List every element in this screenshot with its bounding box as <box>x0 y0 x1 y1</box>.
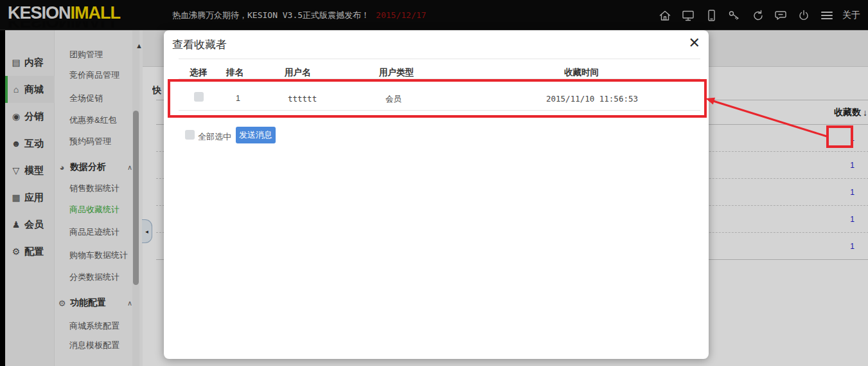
col-header-rank: 排名 <box>226 67 244 78</box>
select-all-checkbox[interactable] <box>185 130 195 140</box>
row-checkbox[interactable] <box>194 92 204 102</box>
send-message-button[interactable]: 发送消息 <box>236 127 276 143</box>
view-collectors-modal: 查看收藏者 ✕ 选择 排名 用户名 用户类型 收藏时间 1 tttttt 会员 … <box>164 30 709 359</box>
cell-favorite-time: 2015/11/10 11:56:53 <box>546 94 638 104</box>
cell-usertype: 会员 <box>385 94 402 105</box>
modal-title: 查看收藏者 <box>172 37 227 52</box>
cell-username: tttttt <box>288 94 317 104</box>
app-root: KESIONIMALL KESIONIMALL 热血沸腾万众期待，KESION … <box>0 0 868 366</box>
divider <box>179 59 700 59</box>
col-header-select: 选择 <box>190 67 207 78</box>
close-icon[interactable]: ✕ <box>689 35 700 51</box>
cell-rank: 1 <box>236 94 240 103</box>
col-header-favorite-time: 收藏时间 <box>564 67 599 78</box>
col-header-usertype: 用户类型 <box>379 67 414 78</box>
divider <box>179 78 700 79</box>
select-all-label: 全部选中 <box>198 131 231 143</box>
divider <box>179 110 700 111</box>
col-header-username: 用户名 <box>285 67 311 78</box>
